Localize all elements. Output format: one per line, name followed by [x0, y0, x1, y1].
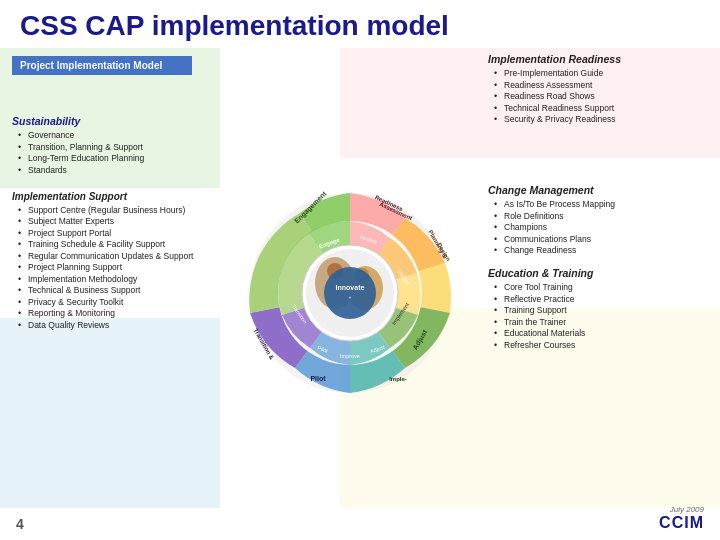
- list-item: Role Definitions: [494, 211, 712, 221]
- impl-readiness-title: Implementation Readiness: [488, 53, 712, 65]
- slide: CSS CAP implementation model Project Imp…: [0, 0, 720, 540]
- svg-text:Improve: Improve: [340, 353, 360, 359]
- list-item: Long-Term Education Planning: [18, 153, 220, 163]
- slide-header: CSS CAP implementation model: [0, 0, 720, 48]
- svg-text:Innovate: Innovate: [336, 284, 365, 291]
- svg-text:Imple-: Imple-: [389, 376, 407, 382]
- svg-text:Pilot: Pilot: [310, 375, 326, 382]
- list-item: Communications Plans: [494, 234, 712, 244]
- list-item: Train the Trainer: [494, 317, 712, 327]
- list-item: Technical & Business Support: [18, 285, 220, 295]
- list-item: Regular Communication Updates & Support: [18, 251, 220, 261]
- list-item: Data Quality Reviews: [18, 320, 220, 330]
- edu-training-list: Core Tool Training Reflective Practice T…: [488, 282, 712, 350]
- list-item: Core Tool Training: [494, 282, 712, 292]
- sustainability-title: Sustainability: [12, 115, 220, 127]
- impl-support-section: Implementation Support Support Centre (R…: [12, 191, 220, 330]
- list-item: Technical Readiness Support: [494, 103, 712, 113]
- list-item: Standards: [18, 165, 220, 175]
- sustainability-section: Sustainability Governance Transition, Pl…: [12, 115, 220, 175]
- list-item: Project Planning Support: [18, 262, 220, 272]
- list-item: Champions: [494, 222, 712, 232]
- list-item: Governance: [18, 130, 220, 140]
- wheel-diagram: Innovate + Engagement Readiness Assessme…: [240, 183, 460, 403]
- impl-support-list: Support Centre (Regular Business Hours) …: [12, 205, 220, 330]
- slide-title: CSS CAP implementation model: [20, 10, 700, 42]
- list-item: Project Support Portal: [18, 228, 220, 238]
- list-item: Subject Matter Experts: [18, 216, 220, 226]
- list-item: Privacy & Security Toolkit: [18, 297, 220, 307]
- edu-training-section: Education & Training Core Tool Training …: [488, 267, 712, 350]
- list-item: Training Schedule & Facility Support: [18, 239, 220, 249]
- svg-text:+: +: [349, 294, 352, 300]
- pim-box: Project Implementation Model: [12, 56, 192, 75]
- change-mgmt-list: As Is/To Be Process Mapping Role Definit…: [488, 199, 712, 255]
- pim-label: Project Implementation Model: [20, 60, 162, 71]
- change-mgmt-section: Change Management As Is/To Be Process Ma…: [488, 184, 712, 255]
- impl-readiness-section: Implementation Readiness Pre-Implementat…: [488, 53, 712, 124]
- svg-point-9: [324, 267, 376, 319]
- list-item: Security & Privacy Readiness: [494, 114, 712, 124]
- list-item: Reporting & Monitoring: [18, 308, 220, 318]
- list-item: Readiness Assessment: [494, 80, 712, 90]
- list-item: Reflective Practice: [494, 294, 712, 304]
- list-item: As Is/To Be Process Mapping: [494, 199, 712, 209]
- list-item: Change Readiness: [494, 245, 712, 255]
- list-item: Support Centre (Regular Business Hours): [18, 205, 220, 215]
- change-mgmt-title: Change Management: [488, 184, 712, 196]
- list-item: Educational Materials: [494, 328, 712, 338]
- list-item: Implementation Methodology: [18, 274, 220, 284]
- edu-training-title: Education & Training: [488, 267, 712, 279]
- right-column: Implementation Readiness Pre-Implementat…: [480, 48, 720, 538]
- list-item: Pre-Implementation Guide: [494, 68, 712, 78]
- list-item: Training Support: [494, 305, 712, 315]
- center-column: Innovate + Engagement Readiness Assessme…: [220, 48, 480, 538]
- list-item: Refresher Courses: [494, 340, 712, 350]
- impl-readiness-list: Pre-Implementation Guide Readiness Asses…: [488, 68, 712, 124]
- left-column: Project Implementation Model Sustainabil…: [0, 48, 220, 538]
- list-item: Transition, Planning & Support: [18, 142, 220, 152]
- impl-support-title: Implementation Support: [12, 191, 220, 202]
- content-wrapper: Project Implementation Model Sustainabil…: [0, 48, 720, 538]
- list-item: Readiness Road Shows: [494, 91, 712, 101]
- sustainability-list: Governance Transition, Planning & Suppor…: [12, 130, 220, 175]
